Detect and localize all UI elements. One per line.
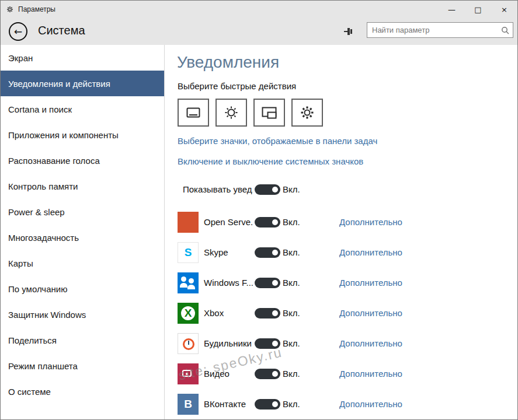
app-row: Будильники Вкл. Дополнительно	[178, 331, 517, 356]
sidebar-item[interactable]: Режим планшета	[1, 353, 164, 379]
app-toggle[interactable]	[255, 247, 280, 258]
sidebar-item-label: Экран	[8, 53, 33, 63]
page-section-title: Система	[38, 24, 85, 37]
app-name: Open Serve...	[204, 209, 253, 235]
app-more-link[interactable]: Дополнительно	[339, 331, 402, 356]
toggle-knob	[272, 341, 278, 346]
sidebar-item-label: Уведомления и действия	[8, 79, 110, 89]
app-toggle[interactable]	[255, 308, 280, 318]
toggle-knob	[272, 280, 278, 286]
sidebar-item-label: Режим планшета	[8, 361, 78, 371]
brightness-icon	[222, 103, 241, 122]
app-name: ВКонтакте	[204, 391, 253, 417]
main-panel: Уведомления Выберите быстрые действия	[165, 45, 517, 419]
quick-action-brightness[interactable]	[215, 99, 247, 127]
quick-action-tablet-mode[interactable]	[178, 99, 209, 127]
window-title: Параметры	[18, 1, 55, 18]
app-toggle[interactable]	[255, 338, 280, 349]
app-more-link[interactable]: Дополнительно	[339, 209, 402, 235]
title-bar[interactable]: Параметры — □ ×	[1, 1, 517, 18]
app-toggle-state: Вкл.	[283, 300, 300, 326]
toggle-knob	[272, 371, 278, 377]
sidebar-item[interactable]: Экран	[1, 45, 164, 71]
close-button[interactable]: ×	[491, 1, 517, 18]
sidebar-item-label: По умолчанию	[8, 284, 67, 294]
sidebar-item[interactable]: Уведомления и действия	[1, 71, 164, 96]
app-icon-glyph: X	[185, 307, 192, 320]
sidebar-item-label: Многозадачность	[8, 233, 79, 243]
search-icon	[501, 26, 509, 34]
settings-window: Параметры — □ × ← Система	[0, 0, 518, 420]
maximize-button[interactable]: □	[465, 1, 491, 18]
app-toggle[interactable]	[255, 217, 280, 228]
toggle-knob	[272, 187, 278, 192]
taskbar-icons-link[interactable]: Выберите значки, отображаемые в панели з…	[178, 136, 377, 146]
settings-gear-icon	[298, 103, 317, 122]
system-icons-link[interactable]: Включение и выключение системных значков	[178, 156, 363, 166]
sidebar-item[interactable]: По умолчанию	[1, 276, 164, 302]
sidebar-item[interactable]: Power & sleep	[1, 199, 164, 225]
sidebar-item[interactable]: Карты	[1, 250, 164, 276]
settings-gear-icon	[6, 5, 14, 13]
sidebar-item-label: Приложения и компоненты	[8, 130, 119, 140]
sidebar-item[interactable]: Многозадачность	[1, 225, 164, 250]
search-box	[367, 22, 513, 38]
window-controls: — □ ×	[439, 1, 517, 18]
app-icon	[178, 272, 199, 293]
master-toggle-label: Показывать увед...	[183, 177, 253, 202]
toggle-knob	[272, 250, 278, 256]
app-icon	[178, 212, 199, 233]
sidebar-item-label: Cortana и поиск	[8, 104, 72, 114]
tablet-mode-icon	[184, 103, 203, 122]
back-arrow-icon: ←	[14, 26, 22, 37]
app-notification-list: Open Serve... Вкл. Дополнительно S Skype…	[178, 209, 517, 420]
window-chrome: Параметры — □ × ← Система	[1, 1, 517, 45]
quick-action-connect[interactable]	[253, 99, 285, 127]
sidebar-item-label: Поделиться	[8, 335, 57, 345]
notifications-toggle[interactable]	[255, 184, 280, 195]
app-icon: В	[178, 394, 199, 415]
app-icon: S	[178, 242, 199, 263]
search-input[interactable]	[367, 23, 513, 37]
app-toggle-state: Вкл.	[283, 361, 300, 387]
app-toggle[interactable]	[255, 369, 280, 379]
app-icon-glyph: S	[185, 246, 192, 259]
sidebar-item[interactable]: Cortana и поиск	[1, 96, 164, 122]
sidebar-item[interactable]: Приложения и компоненты	[1, 122, 164, 148]
sidebar-item-label: Защитник Windows	[8, 310, 86, 320]
app-more-link[interactable]: Дополнительно	[339, 361, 402, 387]
sidebar: Экран Уведомления и действия Cortana и п…	[1, 45, 165, 419]
toggle-knob	[272, 401, 278, 407]
app-name: Видео	[204, 361, 253, 387]
app-toggle[interactable]	[255, 399, 280, 410]
app-more-link[interactable]: Дополнительно	[339, 270, 402, 296]
app-icon	[178, 333, 199, 354]
quick-actions-row	[178, 99, 323, 127]
app-toggle[interactable]	[255, 278, 280, 288]
toggle-knob	[272, 310, 278, 316]
sidebar-item[interactable]: Распознавание голоса	[1, 148, 164, 173]
sidebar-item[interactable]: Поделиться	[1, 327, 164, 353]
sidebar-item-label: О системе	[8, 387, 51, 397]
back-button[interactable]: ←	[9, 22, 27, 41]
app-icon	[178, 363, 199, 384]
sidebar-item[interactable]: О системе	[1, 379, 164, 404]
app-toggle-state: Вкл.	[283, 391, 300, 417]
sidebar-item[interactable]: Контроль памяти	[1, 173, 164, 199]
sidebar-item-label: Карты	[8, 258, 33, 268]
sidebar-item[interactable]: Защитник Windows	[1, 302, 164, 327]
quick-action-settings[interactable]	[291, 99, 323, 127]
pin-icon[interactable]	[342, 26, 354, 37]
app-name: Xbox	[204, 300, 253, 326]
app-toggle-state: Вкл.	[283, 209, 300, 235]
app-row: S Skype Вкл. Дополнительно	[178, 240, 517, 265]
app-icon: X	[178, 303, 199, 324]
toggle-knob	[272, 219, 278, 225]
app-more-link[interactable]: Дополнительно	[339, 240, 402, 265]
app-more-link[interactable]: Дополнительно	[339, 300, 402, 326]
app-more-link[interactable]: Дополнительно	[339, 391, 402, 417]
quick-actions-label: Выберите быстрые действия	[178, 81, 296, 91]
minimize-button[interactable]: —	[439, 1, 465, 18]
master-toggle-row: Показывать увед... Вкл.	[178, 177, 517, 202]
app-row: X Xbox Вкл. Дополнительно	[178, 300, 517, 326]
